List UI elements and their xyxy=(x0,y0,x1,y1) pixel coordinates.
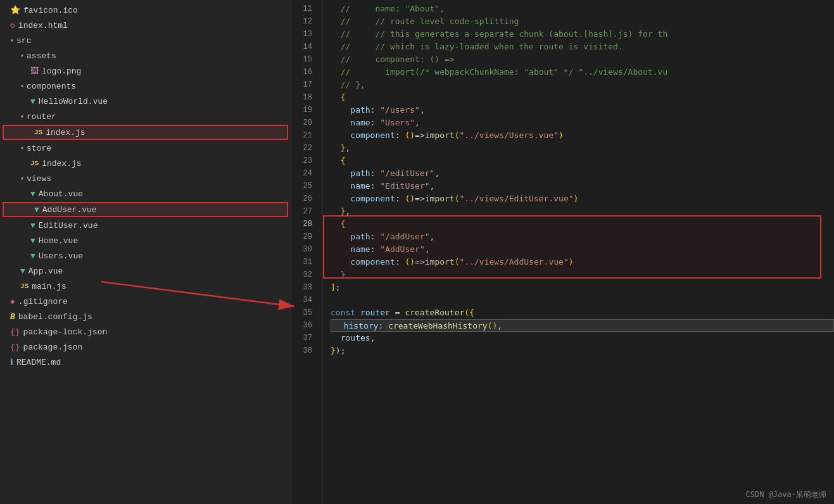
sidebar-label: Home.vue xyxy=(39,236,78,246)
file-explorer: ⭐ favicon.ico ◇ index.html ▾ src ▾ asset… xyxy=(0,0,291,504)
sidebar-label: router xyxy=(27,112,56,122)
code-line-17: // }, xyxy=(331,79,834,91)
sidebar-label: favicon.ico xyxy=(23,6,78,15)
code-line-33: ]; xyxy=(331,281,834,294)
line-number-34: 34 xyxy=(296,294,312,306)
line-number-36: 36 xyxy=(296,319,312,332)
line-number-24: 24 xyxy=(296,167,312,180)
sidebar-item-gitignore[interactable]: ◈ .gitignore xyxy=(0,294,291,309)
img-icon: 🖼 xyxy=(30,66,39,76)
watermark: CSDN @Java-呆萌老师 xyxy=(746,489,826,500)
chevron-icon: ▾ xyxy=(20,144,24,152)
sidebar-label: EditUser.vue xyxy=(39,221,98,230)
sidebar-item-assets[interactable]: ▾ assets xyxy=(0,48,291,63)
sidebar-item-appvue[interactable]: ▼ App.vue xyxy=(0,263,291,279)
line-number-27: 27 xyxy=(296,205,312,218)
line-numbers: 1112131415161718192021222324252627282930… xyxy=(291,0,323,504)
code-line-20: name: "Users", xyxy=(331,117,834,129)
sidebar-label: HelloWorld.vue xyxy=(39,97,108,106)
code-line-23: { xyxy=(331,154,834,167)
sidebar-label: App.vue xyxy=(28,267,63,276)
code-area: 1112131415161718192021222324252627282930… xyxy=(291,0,834,504)
line-number-18: 18 xyxy=(296,91,312,104)
sidebar-item-pkg[interactable]: {} package.json xyxy=(0,339,291,355)
chevron-icon: ▾ xyxy=(20,52,24,60)
sidebar-item-mainjs[interactable]: JS main.js xyxy=(0,279,291,294)
line-number-30: 30 xyxy=(296,243,312,256)
code-line-12: // // route level code-splitting xyxy=(331,15,834,28)
line-number-33: 33 xyxy=(296,281,312,294)
sidebar-label: package.json xyxy=(23,343,83,352)
sidebar-label: views xyxy=(27,174,51,184)
sidebar-item-readme[interactable]: ℹ README.md xyxy=(0,355,291,370)
line-number-28: 28 xyxy=(296,218,312,230)
sidebar-label: main.js xyxy=(32,282,66,291)
sidebar-label: index.js xyxy=(42,159,81,168)
chevron-icon: ▾ xyxy=(10,37,14,44)
sidebar-item-pkglock[interactable]: {} package-lock.json xyxy=(0,324,291,339)
chevron-icon: ▾ xyxy=(20,113,24,120)
vue-icon: ▼ xyxy=(30,251,35,261)
js-icon: JS xyxy=(34,129,42,136)
code-line-19: path: "/users", xyxy=(331,104,834,117)
code-content: // name: "About", // // route level code… xyxy=(323,0,834,504)
vue-icon: ▼ xyxy=(20,267,25,276)
sidebar-item-edituser[interactable]: ▼ EditUser.vue xyxy=(0,218,291,233)
line-number-19: 19 xyxy=(296,104,312,117)
code-line-11: // name: "About", xyxy=(331,3,834,15)
line-number-35: 35 xyxy=(296,306,312,319)
favicon-icon: ⭐ xyxy=(10,5,20,15)
sidebar-item-users[interactable]: ▼ Users.vue xyxy=(0,248,291,263)
code-editor: 1112131415161718192021222324252627282930… xyxy=(291,0,834,504)
sidebar-item-home[interactable]: ▼ Home.vue xyxy=(0,233,291,248)
sidebar-label: components xyxy=(27,82,76,91)
sidebar-label: package-lock.json xyxy=(23,327,108,337)
readme-icon: ℹ xyxy=(10,357,13,367)
line-number-32: 32 xyxy=(296,268,312,281)
code-line-25: name: "EditUser", xyxy=(331,180,834,192)
chevron-icon: ▾ xyxy=(20,175,24,182)
sidebar-item-store-index[interactable]: JS index.js xyxy=(0,156,291,171)
code-line-13: // // this generates a separate chunk (a… xyxy=(331,28,834,41)
sidebar-label: assets xyxy=(27,51,56,61)
sidebar-item-src[interactable]: ▾ src xyxy=(0,33,291,48)
line-number-26: 26 xyxy=(296,192,312,205)
sidebar-label: Users.vue xyxy=(39,251,83,261)
sidebar-item-views[interactable]: ▾ views xyxy=(0,171,291,186)
code-line-26: component: ()=>import("../views/EditUser… xyxy=(331,192,834,205)
line-number-20: 20 xyxy=(296,117,312,129)
sidebar-item-router[interactable]: ▾ router xyxy=(0,109,291,124)
sidebar-item-babel[interactable]: B babel.config.js xyxy=(0,309,291,324)
sidebar-item-router-index[interactable]: JS index.js xyxy=(3,125,288,140)
vue-icon: ▼ xyxy=(30,97,35,106)
line-number-29: 29 xyxy=(296,230,312,243)
sidebar-label: .gitignore xyxy=(18,297,68,306)
line-number-11: 11 xyxy=(296,3,312,15)
line-number-14: 14 xyxy=(296,41,312,53)
sidebar-label: logo.png xyxy=(42,66,81,76)
sidebar-item-logo[interactable]: 🖼 logo.png xyxy=(0,63,291,79)
sidebar-item-helloworld[interactable]: ▼ HelloWorld.vue xyxy=(0,94,291,109)
sidebar-label: store xyxy=(27,144,51,153)
code-line-27: }, xyxy=(331,205,834,218)
line-number-17: 17 xyxy=(296,79,312,91)
sidebar-item-components[interactable]: ▾ components xyxy=(0,79,291,94)
code-line-37: routes, xyxy=(331,332,834,344)
js-icon: JS xyxy=(30,160,39,167)
line-number-21: 21 xyxy=(296,129,312,142)
sidebar-label: About.vue xyxy=(39,189,83,199)
code-line-24: path: "/editUser", xyxy=(331,167,834,180)
sidebar-item-about[interactable]: ▼ About.vue xyxy=(0,186,291,201)
sidebar-label: AddUser.vue xyxy=(42,205,97,215)
sidebar-item-store[interactable]: ▾ store xyxy=(0,141,291,156)
code-line-36: history: createWebHashHistory(), xyxy=(331,319,834,332)
sidebar-item-adduser[interactable]: ▼ AddUser.vue xyxy=(3,202,288,217)
sidebar-label: index.js xyxy=(46,128,85,137)
sidebar-item-index-html[interactable]: ◇ index.html xyxy=(0,18,291,33)
code-line-21: component: ()=>import("../views/Users.vu… xyxy=(331,129,834,142)
line-number-31: 31 xyxy=(296,256,312,268)
code-line-30: name: "AddUser", xyxy=(331,243,834,256)
vue-icon: ▼ xyxy=(30,236,35,246)
sidebar-item-favicon[interactable]: ⭐ favicon.ico xyxy=(0,3,291,18)
babel-icon: B xyxy=(10,312,15,322)
